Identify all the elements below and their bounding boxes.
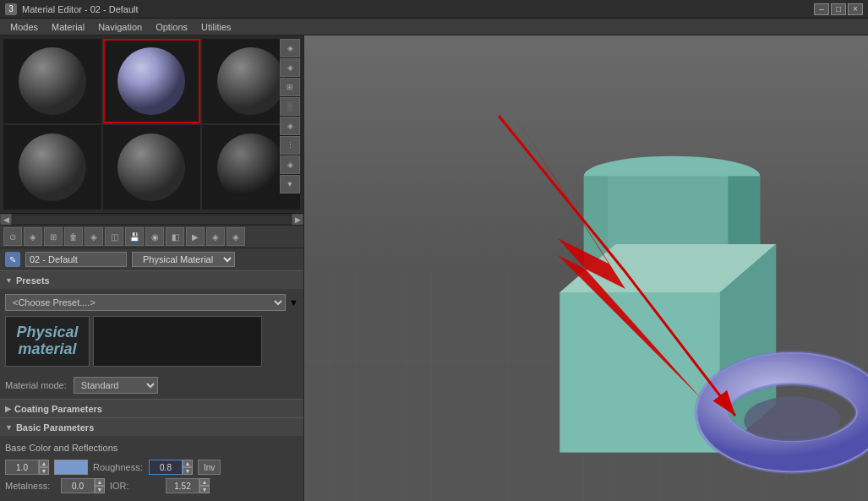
- svg-rect-14: [560, 292, 720, 453]
- physical-text-1: Physical: [16, 324, 78, 341]
- toolbar-btn-6[interactable]: ◫: [105, 227, 123, 246]
- basic-params-content: Base Color and Reflections ▲ ▼ Roughness…: [0, 436, 303, 501]
- roughness-down[interactable]: ▼: [183, 467, 193, 475]
- roughness-spinbtns: ▲ ▼: [183, 460, 193, 475]
- param-row-2: Metalness: ▲ ▼ IOR: ▲ ▼: [5, 478, 298, 493]
- side-btn-2[interactable]: ◈: [280, 58, 300, 77]
- ior-label: IOR:: [110, 481, 161, 491]
- restore-button[interactable]: □: [831, 3, 846, 15]
- metalness-input[interactable]: [61, 478, 95, 493]
- coating-section-header[interactable]: ▶ Coating Parameters: [0, 399, 303, 417]
- svg-point-0: [19, 47, 86, 115]
- pencil-icon: ✎: [5, 252, 20, 267]
- toolbar-row: ⊙ ◈ ⊞ 🗑 ◈ ◫ 💾 ◉ ◧ ▶ ◈ ◈: [0, 225, 303, 248]
- toolbar-btn-save[interactable]: 💾: [125, 227, 144, 246]
- scroll-track[interactable]: [13, 215, 291, 224]
- metalness-label: Metalness:: [5, 481, 56, 491]
- toolbar-btn-12[interactable]: ◈: [227, 227, 245, 246]
- toolbar-btn-9[interactable]: ◧: [166, 227, 184, 246]
- roughness-input[interactable]: [149, 460, 183, 475]
- side-btn-1[interactable]: ◈: [280, 39, 300, 57]
- viewport[interactable]: [304, 35, 868, 501]
- preset-main-preview[interactable]: [93, 316, 262, 367]
- value1-input[interactable]: [5, 460, 39, 475]
- menu-navigation[interactable]: Navigation: [91, 19, 149, 35]
- scroll-down-btn[interactable]: ▼: [280, 175, 300, 193]
- preset-row: <Choose Preset....> ▼: [5, 294, 298, 311]
- preview-cell-5[interactable]: [103, 125, 201, 210]
- menu-material[interactable]: Material: [45, 19, 91, 35]
- ior-spinner[interactable]: ▲ ▼: [166, 478, 210, 493]
- basic-arrow: ▼: [5, 423, 13, 432]
- preset-dropdown[interactable]: <Choose Preset....>: [5, 294, 286, 311]
- metalness-down[interactable]: ▼: [95, 486, 105, 493]
- side-btn-7[interactable]: ◈: [280, 155, 300, 174]
- toolbar-btn-5[interactable]: ◈: [85, 227, 103, 246]
- svg-point-1: [117, 47, 185, 115]
- presets-label: Presets: [16, 275, 50, 286]
- toolbar-btn-11[interactable]: ◈: [206, 227, 225, 246]
- color-swatch[interactable]: [54, 460, 88, 475]
- app-icon: 3: [5, 3, 17, 15]
- toolbar-btn-1[interactable]: ⊙: [3, 227, 22, 246]
- window-title: Material Editor - 02 - Default: [22, 4, 814, 14]
- menu-utilities[interactable]: Utilities: [194, 19, 237, 35]
- metalness-spinner[interactable]: ▲ ▼: [61, 478, 105, 493]
- param-row-1: ▲ ▼ Roughness: ▲ ▼ Inv: [5, 460, 298, 475]
- minimize-button[interactable]: –: [814, 3, 829, 15]
- ior-up[interactable]: ▲: [199, 478, 210, 486]
- svg-point-4: [117, 133, 185, 201]
- toolbar-btn-delete[interactable]: 🗑: [64, 227, 83, 246]
- value1-up[interactable]: ▲: [39, 460, 49, 467]
- preview-cell-4[interactable]: [3, 125, 101, 210]
- 3d-objects: [321, 44, 868, 493]
- value1-down[interactable]: ▼: [39, 467, 49, 475]
- toolbar-btn-8[interactable]: ◉: [145, 227, 164, 246]
- horizontal-scrollbar[interactable]: ◀ ▶: [0, 213, 303, 225]
- basic-section-header[interactable]: ▼ Basic Parameters: [0, 417, 303, 436]
- coating-arrow: ▶: [5, 405, 11, 413]
- material-name-input[interactable]: [25, 252, 127, 267]
- close-button[interactable]: ×: [848, 3, 863, 15]
- menu-modes[interactable]: Modes: [3, 19, 45, 35]
- metalness-up[interactable]: ▲: [95, 478, 105, 486]
- preview-grid: ◈ ◈ ⊞ ░ ◈ ⋮ ◈ ▼: [0, 35, 303, 213]
- mode-row: Material mode: Standard Advanced: [0, 372, 303, 399]
- mode-select[interactable]: Standard Advanced: [74, 377, 158, 394]
- scroll-left-btn[interactable]: ◀: [0, 214, 12, 226]
- mode-label: Material mode:: [5, 380, 67, 390]
- side-btn-6[interactable]: ⋮: [280, 136, 300, 155]
- roughness-up[interactable]: ▲: [183, 460, 193, 467]
- material-name-bar: ✎ Physical Material: [0, 248, 303, 270]
- toolbar-btn-2[interactable]: ◈: [24, 227, 42, 246]
- params-scroll-panel[interactable]: ▼ Presets <Choose Preset....> ▼ Physical…: [0, 270, 303, 501]
- scroll-right-btn[interactable]: ▶: [292, 214, 303, 226]
- ior-spinbtns: ▲ ▼: [199, 478, 210, 493]
- preview-cell-1[interactable]: [3, 39, 101, 123]
- preview-cell-2[interactable]: [103, 39, 201, 123]
- preset-dropdown-arrow: ▼: [289, 297, 298, 308]
- roughness-label: Roughness:: [93, 462, 144, 472]
- ior-down[interactable]: ▼: [199, 486, 210, 493]
- menu-options[interactable]: Options: [149, 19, 194, 35]
- presets-content: <Choose Preset....> ▼ Physical material: [0, 289, 303, 372]
- side-btn-3[interactable]: ⊞: [280, 78, 300, 96]
- value1-spinbtns: ▲ ▼: [39, 460, 49, 475]
- toolbar-btn-3[interactable]: ⊞: [44, 227, 63, 246]
- metalness-spinbtns: ▲ ▼: [95, 478, 105, 493]
- physical-text-2: material: [16, 341, 78, 358]
- main-layout: ◈ ◈ ⊞ ░ ◈ ⋮ ◈ ▼ ◀ ▶ ⊙ ◈ ⊞ 🗑 ◈ ◫ 💾 ◉: [0, 35, 868, 501]
- presets-arrow: ▼: [5, 276, 13, 285]
- material-type-dropdown[interactable]: Physical Material: [132, 252, 235, 267]
- value1-spinner[interactable]: ▲ ▼: [5, 460, 49, 475]
- side-btn-4[interactable]: ░: [280, 97, 300, 116]
- left-panel: ◈ ◈ ⊞ ░ ◈ ⋮ ◈ ▼ ◀ ▶ ⊙ ◈ ⊞ 🗑 ◈ ◫ 💾 ◉: [0, 35, 304, 501]
- side-btn-5[interactable]: ◈: [280, 117, 300, 135]
- toolbar-btn-10[interactable]: ▶: [186, 227, 205, 246]
- svg-point-5: [217, 133, 285, 201]
- ior-input[interactable]: [166, 478, 199, 493]
- inv-button[interactable]: Inv: [198, 460, 221, 475]
- roughness-spinner[interactable]: ▲ ▼: [149, 460, 193, 475]
- presets-section-header[interactable]: ▼ Presets: [0, 270, 303, 289]
- preset-thumbnail[interactable]: Physical material: [5, 316, 90, 367]
